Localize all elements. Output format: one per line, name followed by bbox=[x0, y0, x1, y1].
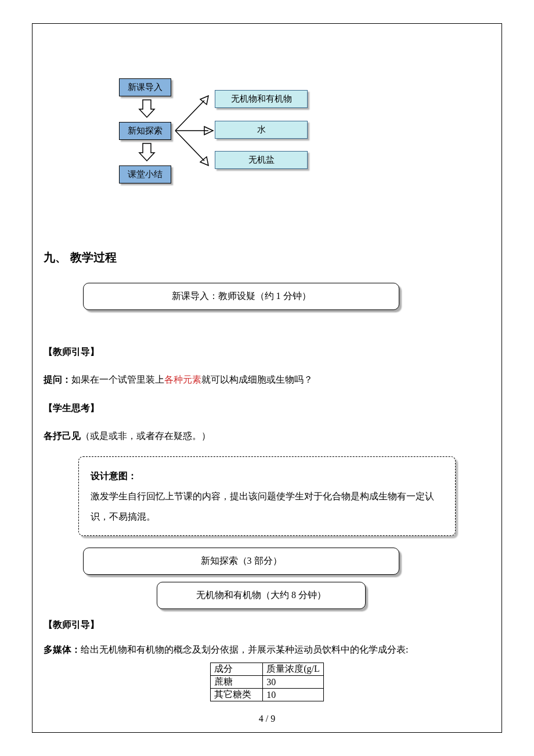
question-line: 提问：如果在一个试管里装上各种元素就可以构成细胞或生物吗？ bbox=[44, 369, 490, 391]
multimedia-label: 多媒体： bbox=[44, 645, 81, 654]
diagram-out-inorganic: 无机物和有机物 bbox=[215, 90, 308, 108]
diagram-out-salt: 无机盐 bbox=[215, 151, 308, 169]
multimedia-line: 多媒体：给出无机物和有机物的概念及划分依据，并展示某种运动员饮料中的化学成分表: bbox=[44, 642, 490, 657]
section-title: 九、 教学过程 bbox=[44, 250, 490, 265]
inorganic-box: 无机物和有机物（大约 8 分钟） bbox=[157, 582, 366, 609]
opinion-line: 各抒己见（或是或非，或者存在疑惑。） bbox=[44, 425, 490, 447]
intent-body: 激发学生自行回忆上节课的内容，提出该问题使学生对于化合物是构成生物有一定认识，不… bbox=[91, 486, 443, 527]
table-cell: 10 bbox=[263, 689, 324, 701]
arrow-down-icon bbox=[138, 142, 156, 165]
opinion-text: （或是或非，或者存在疑惑。） bbox=[81, 431, 211, 441]
diagram-box-explore: 新知探索 bbox=[119, 122, 171, 140]
table-header-cell: 成分 bbox=[211, 663, 263, 676]
explore-box: 新知探索（3 部分） bbox=[83, 548, 399, 575]
table-row: 成分 质量浓度(g/L bbox=[211, 663, 324, 676]
diagram-out-water: 水 bbox=[215, 121, 308, 139]
table-cell: 30 bbox=[263, 676, 324, 689]
question-label: 提问： bbox=[44, 375, 71, 384]
design-intent-box: 设计意图： 激发学生自行回忆上节课的内容，提出该问题使学生对于化合物是构成生物有… bbox=[78, 456, 456, 537]
lead-in-box: 新课导入：教师设疑（约 1 分钟） bbox=[83, 283, 399, 310]
intent-title: 设计意图： bbox=[91, 466, 443, 486]
table-row: 蔗糖 30 bbox=[211, 676, 324, 689]
table-cell: 其它糖类 bbox=[211, 689, 263, 701]
table-cell: 蔗糖 bbox=[211, 676, 263, 689]
diagram-box-summary: 课堂小结 bbox=[119, 165, 171, 183]
table-row: 其它糖类 10 bbox=[211, 689, 324, 701]
diagram-box-intro: 新课导入 bbox=[119, 78, 171, 96]
arrow-down-icon bbox=[138, 99, 156, 122]
question-red: 各种元素 bbox=[164, 375, 201, 384]
flow-diagram: 新课导入 新知探索 课堂小结 无机物和有机物 bbox=[44, 58, 490, 203]
teacher-guide-label: 【教师引导】 bbox=[44, 341, 490, 363]
multimedia-text: 给出无机物和有机物的概念及划分依据，并展示某种运动员饮料中的化学成分表: bbox=[81, 645, 408, 654]
opinion-label: 各抒己见 bbox=[44, 431, 81, 441]
arrow-diag-icon bbox=[172, 90, 219, 174]
teacher-guide-label-2: 【教师引导】 bbox=[44, 614, 490, 636]
page-content: 新课导入 新知探索 课堂小结 无机物和有机物 bbox=[0, 0, 534, 730]
question-post: 就可以构成细胞或生物吗？ bbox=[201, 375, 313, 384]
table-header-cell: 质量浓度(g/L bbox=[263, 663, 324, 676]
ingredient-table: 成分 质量浓度(g/L 蔗糖 30 其它糖类 10 bbox=[210, 663, 324, 701]
question-pre: 如果在一个试管里装上 bbox=[71, 375, 164, 384]
student-think-label: 【学生思考】 bbox=[44, 397, 490, 419]
page-number: 4 / 9 bbox=[0, 714, 534, 724]
